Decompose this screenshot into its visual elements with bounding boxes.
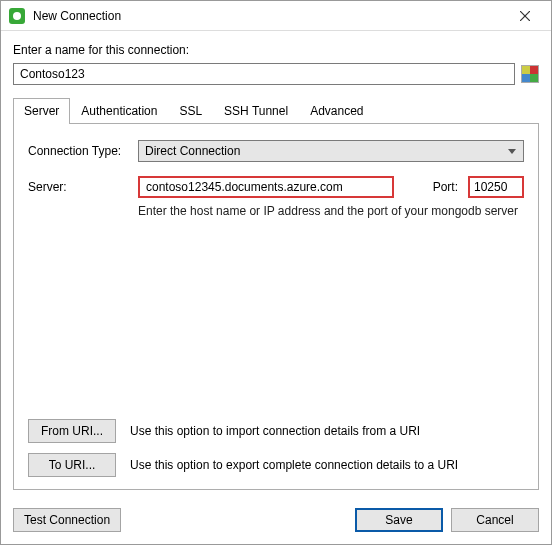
dialog-footer: Test Connection Save Cancel xyxy=(1,498,551,544)
connection-type-row: Connection Type: Direct Connection xyxy=(28,140,524,162)
connection-type-label: Connection Type: xyxy=(28,144,128,158)
port-label: Port: xyxy=(433,180,458,194)
connection-type-value: Direct Connection xyxy=(145,144,240,158)
title-bar: New Connection xyxy=(1,1,551,31)
server-row: Server: Port: xyxy=(28,176,524,198)
connection-name-row xyxy=(13,63,539,85)
close-button[interactable] xyxy=(505,2,545,30)
server-input[interactable] xyxy=(138,176,394,198)
from-uri-button[interactable]: From URI... xyxy=(28,419,116,443)
tab-authentication[interactable]: Authentication xyxy=(70,98,168,124)
to-uri-button[interactable]: To URI... xyxy=(28,453,116,477)
server-help-text: Enter the host name or IP address and th… xyxy=(138,204,524,218)
dialog-content: Enter a name for this connection: Server… xyxy=(1,31,551,498)
tab-ssl[interactable]: SSL xyxy=(168,98,213,124)
color-picker-button[interactable] xyxy=(521,65,539,83)
server-label: Server: xyxy=(28,180,128,194)
connection-name-input[interactable] xyxy=(13,63,515,85)
connection-name-prompt: Enter a name for this connection: xyxy=(13,43,539,57)
tab-ssh-tunnel[interactable]: SSH Tunnel xyxy=(213,98,299,124)
tab-panel-server: Connection Type: Direct Connection Serve… xyxy=(13,123,539,490)
to-uri-description: Use this option to export complete conne… xyxy=(130,458,524,472)
save-button[interactable]: Save xyxy=(355,508,443,532)
port-input[interactable] xyxy=(468,176,524,198)
from-uri-description: Use this option to import connection det… xyxy=(130,424,524,438)
cancel-button[interactable]: Cancel xyxy=(451,508,539,532)
app-icon xyxy=(9,8,25,24)
connection-type-select[interactable]: Direct Connection xyxy=(138,140,524,162)
tab-strip: Server Authentication SSL SSH Tunnel Adv… xyxy=(13,97,539,123)
tab-container: Server Authentication SSL SSH Tunnel Adv… xyxy=(13,97,539,490)
close-icon xyxy=(520,11,530,21)
tab-server[interactable]: Server xyxy=(13,98,70,124)
window-title: New Connection xyxy=(33,9,505,23)
tab-advanced[interactable]: Advanced xyxy=(299,98,374,124)
from-uri-row: From URI... Use this option to import co… xyxy=(28,419,524,443)
test-connection-button[interactable]: Test Connection xyxy=(13,508,121,532)
to-uri-row: To URI... Use this option to export comp… xyxy=(28,453,524,477)
